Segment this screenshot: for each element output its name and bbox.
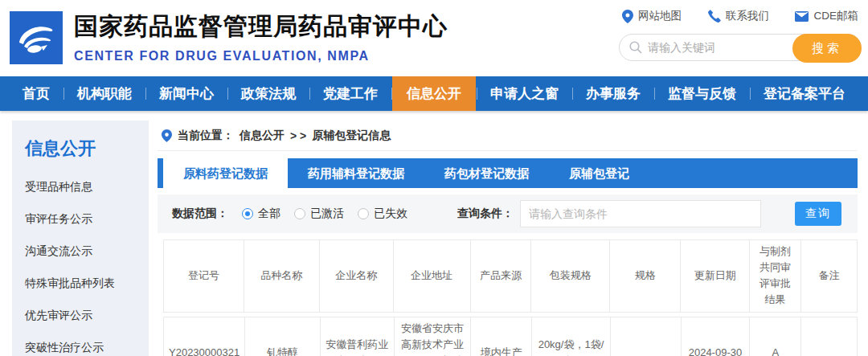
col-product-source: 产品来源 bbox=[470, 240, 531, 313]
results-table-body: Y20230000321 钆特醇 安徽普利药业有限公司 安徽省安庆市高新技术产业… bbox=[163, 317, 858, 356]
search-button[interactable]: 搜索 bbox=[792, 34, 862, 63]
sidebar-item-special-approval[interactable]: 特殊审批品种列表 bbox=[25, 276, 141, 309]
site-title: 国家药品监督管理局药品审评中心 bbox=[74, 10, 448, 43]
col-package-spec: 包装规格 bbox=[531, 240, 610, 313]
col-registration-no: 登记号 bbox=[164, 240, 244, 313]
nav-item-registration-platform[interactable]: 登记备案平台 bbox=[751, 76, 858, 111]
nav-item-applicant-window[interactable]: 申请人之窗 bbox=[477, 76, 571, 111]
phone-icon bbox=[708, 10, 721, 23]
breadcrumb-label: 当前位置： bbox=[178, 129, 234, 143]
radio-activated-circle bbox=[294, 208, 305, 219]
cell-package-spec: 20kg/袋，1袋/桶 bbox=[532, 317, 611, 356]
nav-item-party-building[interactable]: 党建工作 bbox=[310, 76, 391, 111]
col-remark: 备注 bbox=[801, 240, 858, 313]
radio-all-circle bbox=[242, 208, 253, 219]
filter-bar: 数据范围： 全部 已激活 已失效 查询条件： 查询 bbox=[158, 194, 858, 233]
sidebar-item-breakthrough-therapy[interactable]: 突破性治疗公示 bbox=[25, 341, 141, 356]
cell-company-address: 安徽省安庆市高新技术产业开发区霞虹路58号 bbox=[394, 317, 471, 356]
location-pin-icon bbox=[162, 129, 172, 142]
cell-company-name: 安徽普利药业有限公司 bbox=[320, 317, 394, 356]
site-header: 国家药品监督管理局药品审评中心 CENTER FOR DRUG EVALUATI… bbox=[0, 0, 868, 76]
breadcrumb-current: 原辅包登记信息 bbox=[312, 129, 391, 143]
quick-links: 网站地图 联系我们 CDE邮箱 bbox=[622, 9, 858, 23]
sidebar-item-priority-review[interactable]: 优先审评公示 bbox=[25, 309, 141, 341]
col-company-name: 企业名称 bbox=[319, 240, 393, 313]
col-spec: 规格 bbox=[610, 240, 681, 313]
contact-link[interactable]: 联系我们 bbox=[708, 9, 769, 23]
cell-remark bbox=[801, 317, 858, 356]
radio-activated[interactable]: 已激活 bbox=[294, 207, 344, 221]
nav-item-info-disclosure[interactable]: 信息公开 bbox=[392, 76, 476, 111]
sitemap-link[interactable]: 网站地图 bbox=[622, 9, 682, 23]
search-icon bbox=[629, 41, 642, 54]
radio-expired[interactable]: 已失效 bbox=[358, 207, 407, 221]
table-row: Y20230000321 钆特醇 安徽普利药业有限公司 安徽省安庆市高新技术产业… bbox=[164, 317, 858, 356]
col-joint-review-result: 与制剂共同审评审批结果 bbox=[750, 240, 801, 313]
radio-all-label: 全部 bbox=[258, 207, 280, 221]
table-header-row: 登记号 品种名称 企业名称 企业地址 产品来源 包装规格 规格 更新日期 与制剂… bbox=[164, 240, 858, 313]
nav-item-functions[interactable]: 机构职能 bbox=[64, 76, 145, 111]
sidebar-item-accepted-varieties[interactable]: 受理品种信息 bbox=[25, 180, 141, 212]
tabs-bar: 原料药登记数据 药用辅料登记数据 药包材登记数据 原辅包登记 bbox=[158, 158, 858, 188]
radio-expired-label: 已失效 bbox=[374, 207, 407, 221]
cde-logo[interactable] bbox=[10, 11, 63, 64]
scope-label: 数据范围： bbox=[172, 207, 228, 221]
nav-item-home[interactable]: 首页 bbox=[10, 76, 63, 111]
contact-label: 联系我们 bbox=[726, 9, 769, 23]
cell-registration-no: Y20230000321 bbox=[164, 317, 245, 356]
col-update-date: 更新日期 bbox=[681, 240, 750, 313]
sitemap-label: 网站地图 bbox=[638, 9, 682, 23]
mailbox-label: CDE邮箱 bbox=[813, 9, 858, 23]
tab-apief-registration[interactable]: 原辅包登记 bbox=[549, 158, 649, 188]
query-button[interactable]: 查询 bbox=[795, 202, 841, 226]
tab-api-registration[interactable]: 原料药登记数据 bbox=[163, 158, 288, 188]
header-right: 网站地图 联系我们 CDE邮箱 搜索 bbox=[619, 9, 862, 61]
mail-icon bbox=[795, 11, 809, 22]
sidebar-title[interactable]: 信息公开 bbox=[25, 137, 141, 161]
sidebar-item-review-tasks[interactable]: 审评任务公示 bbox=[25, 212, 141, 244]
main-nav: 首页 机构职能 新闻中心 政策法规 党建工作 信息公开 申请人之窗 办事服务 监… bbox=[0, 76, 868, 111]
col-product-name: 品种名称 bbox=[244, 240, 319, 313]
tab-packaging-registration[interactable]: 药包材登记数据 bbox=[424, 158, 549, 188]
breadcrumb: 当前位置： 信息公开 > > 原辅包登记信息 bbox=[158, 121, 858, 151]
col-company-address: 企业地址 bbox=[393, 240, 470, 313]
cell-update-date: 2024-09-30 bbox=[681, 317, 750, 356]
radio-all[interactable]: 全部 bbox=[242, 207, 280, 221]
cell-spec bbox=[610, 317, 681, 356]
nav-item-policies[interactable]: 政策法规 bbox=[228, 76, 309, 111]
mailbox-link[interactable]: CDE邮箱 bbox=[795, 9, 858, 23]
sidebar: 信息公开 受理品种信息 审评任务公示 沟通交流公示 特殊审批品种列表 优先审评公… bbox=[0, 111, 149, 356]
query-condition-input[interactable] bbox=[520, 200, 761, 227]
breadcrumb-separator: > > bbox=[290, 129, 306, 142]
query-condition-label: 查询条件： bbox=[457, 207, 514, 221]
results-table-header: 登记号 品种名称 企业名称 企业地址 产品来源 包装规格 规格 更新日期 与制剂… bbox=[163, 239, 858, 313]
cell-product-source: 境内生产 bbox=[471, 317, 532, 356]
nav-item-news[interactable]: 新闻中心 bbox=[146, 76, 227, 111]
search-bar: 搜索 bbox=[619, 34, 862, 61]
main-area: 信息公开 受理品种信息 审评任务公示 沟通交流公示 特殊审批品种列表 优先审评公… bbox=[0, 111, 868, 356]
breadcrumb-section[interactable]: 信息公开 bbox=[240, 129, 285, 143]
sidebar-panel: 信息公开 受理品种信息 审评任务公示 沟通交流公示 特殊审批品种列表 优先审评公… bbox=[12, 121, 149, 356]
title-block: 国家药品监督管理局药品审评中心 CENTER FOR DRUG EVALUATI… bbox=[74, 0, 448, 76]
cde-logo-icon bbox=[14, 16, 58, 59]
site-subtitle: CENTER FOR DRUG EVALUATION, NMPA bbox=[74, 49, 448, 63]
content: 当前位置： 信息公开 > > 原辅包登记信息 原料药登记数据 药用辅料登记数据 … bbox=[149, 111, 868, 356]
nav-item-services[interactable]: 办事服务 bbox=[573, 76, 653, 111]
sidebar-item-communication[interactable]: 沟通交流公示 bbox=[25, 244, 141, 276]
radio-expired-circle bbox=[358, 208, 369, 219]
nav-item-supervision-feedback[interactable]: 监督与反馈 bbox=[655, 76, 749, 111]
tab-excipient-registration[interactable]: 药用辅料登记数据 bbox=[288, 158, 424, 188]
map-pin-icon bbox=[622, 10, 633, 23]
cell-product-name: 钆特醇 bbox=[245, 317, 321, 356]
cell-joint-review-result: A bbox=[750, 317, 801, 356]
radio-activated-label: 已激活 bbox=[310, 207, 344, 221]
